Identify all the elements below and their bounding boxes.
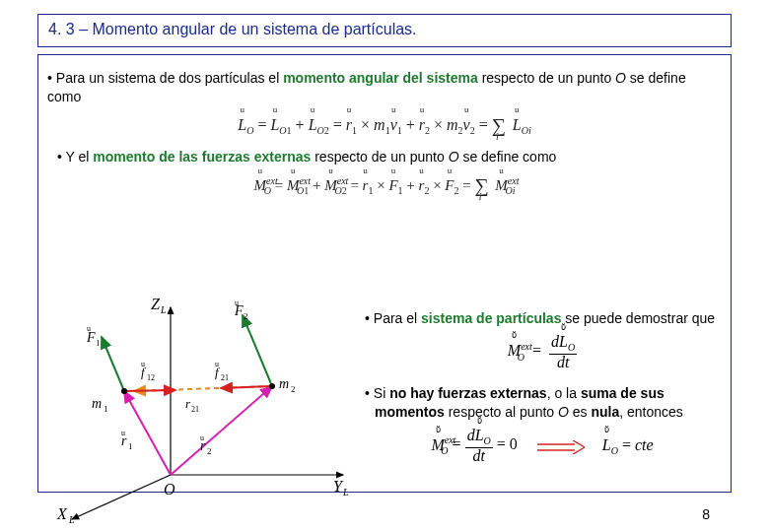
b4-O: O	[558, 404, 569, 420]
label-ZL: Z	[151, 298, 161, 312]
svg-line-1	[72, 475, 171, 519]
equation-4: ῠMextO = dῠLO dt = 0 ῠLO =	[363, 428, 722, 464]
b2-post: se define como	[459, 149, 557, 165]
section-title-box: 4. 3 – Momento angular de un sistema de …	[37, 14, 732, 47]
bullet-2: • Y el momento de las fuerzas externas r…	[57, 148, 722, 166]
b2-green: momento de las fuerzas externas	[93, 149, 311, 165]
b1-O: O	[615, 70, 626, 86]
b3-post: se puede demostrar que	[561, 310, 715, 326]
svg-text:u: u	[141, 360, 145, 368]
svg-text:2: 2	[291, 384, 296, 394]
b2-O: O	[449, 149, 459, 165]
b1-pre: Para un sistema de dos partículas el	[56, 70, 283, 86]
b3-green: sistema de partículas	[421, 310, 561, 326]
vector-f12	[124, 390, 175, 391]
svg-text:u: u	[215, 360, 219, 368]
section-title: 4. 3 – Momento angular de un sistema de …	[48, 21, 417, 37]
page-number: 8	[702, 506, 710, 522]
bullet-1: • Para un sistema de dos partículas el m…	[47, 69, 722, 106]
svg-text:u: u	[200, 433, 204, 442]
svg-text:u: u	[87, 324, 91, 333]
label-O: O	[164, 481, 175, 498]
b1-mid: respecto de un punto	[478, 70, 615, 86]
b4-mid2: respecto al punto	[445, 404, 558, 420]
force-diagram: Z L X L Y L O	[47, 298, 353, 524]
label-XL: X	[56, 505, 68, 522]
b1-green: momento angular del sistema	[283, 70, 478, 86]
svg-text:L: L	[68, 514, 75, 524]
label-m2: m	[279, 376, 289, 391]
svg-text:2: 2	[207, 446, 212, 456]
vector-F1	[102, 337, 124, 391]
svg-text:1: 1	[128, 441, 133, 451]
bullet-3: • Para el sistema de partículas se puede…	[363, 309, 722, 328]
svg-text:L: L	[342, 487, 349, 498]
svg-text:1: 1	[96, 338, 101, 348]
svg-text:12: 12	[147, 373, 155, 382]
equation-2: uMextO = uMextO1 + uMextO2 = ur1 × uF1 +…	[47, 172, 722, 196]
svg-text:21: 21	[191, 405, 199, 414]
svg-text:u: u	[235, 299, 239, 307]
implies-arrow-icon	[535, 437, 585, 455]
svg-text:21: 21	[221, 373, 229, 382]
svg-text:1: 1	[104, 404, 108, 414]
b4-mid: , o la	[547, 385, 581, 401]
content-area: • Para un sistema de dos partículas el m…	[47, 61, 722, 485]
svg-text:u: u	[121, 429, 125, 437]
point-m2	[269, 383, 275, 389]
svg-text:2: 2	[244, 311, 248, 321]
vector-f21	[221, 386, 272, 388]
equation-3: ῠMextO = dῠLO dt	[363, 334, 722, 370]
right-column: • Para el sistema de partículas se puede…	[363, 305, 722, 479]
b2-pre: Y el	[66, 149, 94, 165]
b4-mid3: es	[569, 404, 592, 420]
vector-F2	[243, 315, 272, 386]
label-m1: m	[92, 396, 102, 411]
axes	[72, 307, 343, 519]
b2-mid: respecto de un punto	[311, 149, 448, 165]
bullet-4: • Si no hay fuerzas externas, o la suma …	[363, 384, 722, 422]
b4-pre: Si	[374, 385, 389, 401]
b4-post: , entonces	[619, 404, 683, 420]
b3-pre: Para el	[374, 310, 421, 326]
point-m1	[121, 388, 127, 394]
svg-text:L: L	[160, 304, 167, 315]
b4-s1: no hay fuerzas externas	[389, 385, 547, 401]
vector-r1	[124, 391, 171, 475]
equation-1: uLO = uLO1 + uLO2 = ur1 × m1uv1 + ur2 × …	[47, 112, 722, 136]
b4-s3: nula	[591, 404, 619, 420]
